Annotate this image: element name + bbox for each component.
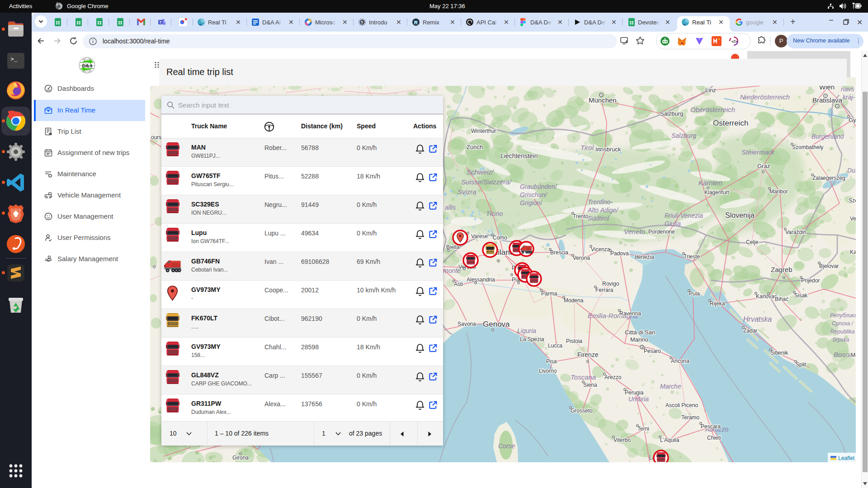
svg-text:Grigioni: Grigioni xyxy=(520,199,542,206)
svg-text:Perugia: Perugia xyxy=(625,389,644,396)
svg-text:Trento: Trento xyxy=(573,213,589,220)
svg-text:Ancona: Ancona xyxy=(671,358,689,364)
svg-text:Šibenik: Šibenik xyxy=(770,349,788,356)
svg-text:Terni: Terni xyxy=(637,426,649,432)
svg-text:Zagreb: Zagreb xyxy=(771,266,793,273)
svg-text:Brescia: Brescia xyxy=(550,249,568,256)
svg-text:München: München xyxy=(589,96,617,104)
svg-text:Teramo: Teramo xyxy=(681,414,699,421)
svg-text:Karlovac: Karlovac xyxy=(756,293,777,300)
svg-text:Corse: Corse xyxy=(498,442,515,450)
svg-text:Alto Adige/: Alto Adige/ xyxy=(587,206,619,214)
svg-text:Lucca: Lucca xyxy=(548,343,562,349)
svg-text:Modena: Modena xyxy=(564,297,584,304)
svg-text:Hrvatska: Hrvatska xyxy=(743,315,772,323)
svg-text:Split: Split xyxy=(796,361,807,368)
svg-text:Salzburg: Salzburg xyxy=(660,110,683,117)
svg-text:Parma: Parma xyxy=(541,291,557,297)
svg-text:Oberösterreich: Oberösterreich xyxy=(690,106,735,113)
svg-text:Como: Como xyxy=(493,235,507,241)
svg-text:Viterbo: Viterbo xyxy=(613,437,631,443)
svg-text:Firenze: Firenze xyxy=(577,351,599,358)
svg-text:Slovenija: Slovenija xyxy=(725,211,755,219)
svg-text:Република: Република xyxy=(830,312,856,319)
svg-text:Schweiz/: Schweiz/ xyxy=(467,168,495,176)
svg-text:T: T xyxy=(159,20,161,24)
svg-text:Ferrara: Ferrara xyxy=(595,287,613,293)
svg-text:Srpska: Srpska xyxy=(832,337,849,343)
svg-text:Szombathely: Szombathely xyxy=(792,144,823,150)
svg-text:Livorno: Livorno xyxy=(539,368,557,374)
svg-text:Kap: Kap xyxy=(850,249,856,255)
svg-text:Arezzo: Arezzo xyxy=(604,374,622,380)
svg-text:Bjelovar: Bjelovar xyxy=(819,263,839,269)
svg-text:Szé: Szé xyxy=(849,197,856,204)
svg-text:Republika: Republika xyxy=(830,328,855,335)
svg-text:Südtirol: Südtirol xyxy=(588,215,609,222)
svg-text:L'Aquila: L'Aquila xyxy=(660,437,679,443)
svg-text:Bihać: Bihać xyxy=(775,296,788,302)
svg-text:Padova: Padova xyxy=(610,250,629,257)
svg-text:Friuli-Venezia: Friuli-Venezia xyxy=(665,212,703,219)
svg-text:Leaflet: Leaflet xyxy=(838,455,855,461)
svg-text:Alessandria: Alessandria xyxy=(467,277,495,283)
svg-text:Niederösterreich: Niederösterreich xyxy=(740,93,790,101)
svg-text:Savona: Savona xyxy=(458,321,476,327)
svg-text:Српска /: Српска / xyxy=(832,320,854,327)
svg-text:Siena: Siena xyxy=(583,382,597,388)
svg-text:Bratislava: Bratislava xyxy=(812,96,843,104)
svg-text:Pula: Pula xyxy=(689,291,700,297)
svg-text:Marino: Marino xyxy=(630,336,648,343)
svg-text:Asti: Asti xyxy=(454,281,463,287)
svg-text:Zadar: Zadar xyxy=(743,328,757,334)
svg-text:Österreich: Österreich xyxy=(713,119,748,127)
svg-text:Burgenland: Burgenland xyxy=(811,133,844,140)
svg-text:Ve: Ve xyxy=(850,216,856,222)
svg-text:Liechtenstein: Liechtenstein xyxy=(500,152,538,160)
svg-text:Györ: Györ xyxy=(849,117,856,123)
svg-text:Rovigo: Rovigo xyxy=(602,281,619,287)
svg-text:Pesaro: Pesaro xyxy=(644,348,661,354)
svg-text:Celje: Celje xyxy=(746,239,759,245)
svg-text:Vicenza: Vicenza xyxy=(591,246,610,253)
svg-text:Girona: Girona xyxy=(232,455,249,461)
svg-text:Zürich: Zürich xyxy=(467,144,483,150)
svg-text:Chieti: Chieti xyxy=(707,435,721,441)
svg-text:Umbria: Umbria xyxy=(628,395,649,403)
svg-text:kraj-: kraj- xyxy=(843,94,855,101)
svg-text:Salzburg: Salzburg xyxy=(671,132,696,139)
svg-text:Pistoia: Pistoia xyxy=(566,338,582,344)
svg-text:Kärnten: Kärnten xyxy=(698,179,722,187)
svg-text:Graubünden/: Graubünden/ xyxy=(520,183,558,190)
svg-text:D&A: D&A xyxy=(81,63,93,68)
svg-text:Linz: Linz xyxy=(705,87,716,94)
svg-text:Steiermark: Steiermark xyxy=(741,148,775,156)
svg-text:e: e xyxy=(153,263,156,270)
svg-text:Toscana: Toscana xyxy=(571,373,596,381)
svg-text:Rijeka: Rijeka xyxy=(710,300,725,307)
svg-text:navs: navs xyxy=(841,86,854,93)
svg-text:Verona: Verona xyxy=(573,255,590,261)
svg-text:Genova: Genova xyxy=(483,320,510,328)
svg-text:Trentino-: Trentino- xyxy=(588,198,613,206)
svg-text:allis: allis xyxy=(445,204,456,211)
svg-text:Pordenone: Pordenone xyxy=(648,229,675,235)
svg-text:Graz: Graz xyxy=(757,163,770,169)
svg-text:Sisak: Sisak xyxy=(794,292,808,299)
svg-text:Prijedor: Prijedor xyxy=(801,277,820,284)
svg-text:Pisa: Pisa xyxy=(546,358,557,365)
svg-text:Ascoli Piceno: Ascoli Piceno xyxy=(665,402,698,408)
svg-text:Città di San: Città di San xyxy=(625,329,655,336)
svg-text:Dunántú: Dunántú xyxy=(847,167,856,174)
svg-text:La Spezia: La Spezia xyxy=(520,336,544,343)
svg-text:Pescara: Pescara xyxy=(701,423,721,430)
svg-text:Svizra: Svizra xyxy=(458,188,476,196)
svg-text:Ravenna: Ravenna xyxy=(619,310,641,317)
svg-text:Maribor: Maribor xyxy=(769,188,788,195)
svg-text:Varaždin: Varaždin xyxy=(785,229,806,235)
svg-text:Marche: Marche xyxy=(660,383,681,390)
svg-text:Giulia: Giulia xyxy=(665,220,681,227)
svg-text:S: S xyxy=(361,20,363,24)
svg-text:Klagenfurt: Klagenfurt xyxy=(704,189,729,196)
svg-text:Veneto: Veneto xyxy=(624,228,645,235)
